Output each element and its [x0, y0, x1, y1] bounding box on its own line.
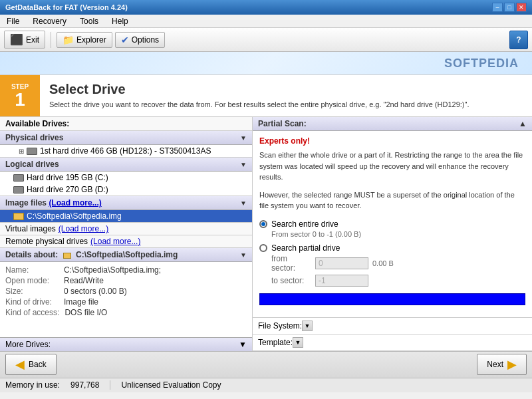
- remote-drives-load-link[interactable]: (Load more...): [90, 237, 140, 246]
- physical-drive-1[interactable]: ⊞ 1st hard drive 466 GB (HD128:) - ST350…: [0, 145, 252, 157]
- image-file-1[interactable]: C:\Softpedia\Softpedia.img: [0, 210, 252, 222]
- status-separator: [110, 380, 110, 390]
- physical-drive-1-label: 1st hard drive 466 GB (HD128:) - ST35004…: [40, 146, 211, 156]
- to-sector-input[interactable]: [315, 275, 368, 287]
- back-label: Back: [29, 360, 47, 369]
- search-entire-radio-button[interactable]: [259, 220, 267, 228]
- partial-scan-content: Experts only! Scan either the whole driv…: [253, 131, 532, 317]
- template-dropdown[interactable]: ▼: [293, 337, 303, 348]
- partial-scan-header: Partial Scan: ▲: [253, 117, 532, 131]
- physical-drives-section: Physical drives ▼ ⊞ 1st hard drive 466 G…: [0, 131, 252, 158]
- step-header: STEP 1 Select Drive Select the drive you…: [0, 75, 532, 117]
- virtual-images-row: Virtual images (Load more...): [0, 223, 252, 235]
- available-drives-label: Available Drives:: [0, 117, 252, 131]
- template-row: Template: ▼: [253, 334, 532, 351]
- detail-open-mode: Open mode: Read/Write: [5, 275, 247, 286]
- logical-drive-c-label: Hard drive 195 GB (C:): [27, 173, 108, 182]
- toolbar-separator: [51, 32, 51, 48]
- memory-label: Memory in use:: [5, 380, 60, 390]
- hdd-icon: [27, 148, 37, 155]
- exit-icon: ⬛: [10, 33, 23, 46]
- details-collapse[interactable]: ▼: [240, 251, 247, 258]
- virtual-images-load-link[interactable]: (Load more...): [59, 224, 108, 233]
- remote-drives-row: Remote physical drives (Load more...): [0, 235, 252, 248]
- next-arrow-icon: ▶: [507, 357, 517, 372]
- explorer-label: Explorer: [76, 35, 106, 45]
- step-badge: STEP 1: [0, 75, 40, 116]
- partial-scan-label: Partial Scan:: [258, 119, 307, 128]
- logical-drives-collapse[interactable]: ▼: [240, 161, 247, 168]
- step-description: Select the drive you want to recover the…: [49, 100, 523, 110]
- logical-drives-label: Logical drives: [5, 160, 59, 169]
- sector-inputs: from sector: 0.00 B to sector:: [271, 254, 525, 287]
- details-section: Details about: C:\Softpedia\Softpedia.im…: [0, 248, 252, 337]
- more-drives-arrow[interactable]: ▼: [239, 340, 247, 349]
- menu-tools[interactable]: Tools: [76, 15, 102, 27]
- toolbar: ⬛ Exit 📁 Explorer ✔ Options ?: [0, 28, 532, 52]
- image-file-1-label: C:\Softpedia\Softpedia.img: [27, 211, 122, 221]
- menu-bar: File Recovery Tools Help: [0, 15, 532, 28]
- maximize-button[interactable]: □: [504, 3, 515, 12]
- logical-drives-header: Logical drives ▼: [0, 158, 252, 172]
- bottom-bar: ◀ Back Next ▶: [0, 351, 532, 378]
- exit-button[interactable]: ⬛ Exit: [4, 31, 45, 49]
- logical-drive-d-label: Hard drive 270 GB (D:): [27, 185, 108, 194]
- next-label: Next: [487, 360, 503, 369]
- minimize-button[interactable]: –: [492, 3, 503, 12]
- options-label: Options: [132, 35, 159, 45]
- to-sector-text: to sector:: [271, 276, 311, 285]
- from-sector-size: 0.00 B: [372, 259, 394, 267]
- close-button[interactable]: ✕: [516, 3, 527, 12]
- status-bar: Memory in use: 997,768 Unlicensed Evalua…: [0, 378, 532, 392]
- options-button[interactable]: ✔ Options: [115, 32, 165, 48]
- logical-drive-c[interactable]: Hard drive 195 GB (C:): [0, 172, 252, 184]
- scan-desc-2: However, the selected range MUST be a su…: [259, 190, 525, 211]
- physical-drives-collapse[interactable]: ▼: [240, 134, 247, 141]
- title-bar: GetDataBack for FAT (Version 4.24) – □ ✕: [0, 0, 532, 15]
- details-grid: Name: C:\Softpedia\Softpedia.img; Open m…: [0, 262, 252, 321]
- memory-value: 997,768: [70, 380, 99, 390]
- search-partial-radio-button[interactable]: [259, 244, 267, 252]
- left-panel: Available Drives: Physical drives ▼ ⊞ 1s…: [0, 117, 253, 351]
- detail-name: Name: C:\Softpedia\Softpedia.img;: [5, 265, 247, 275]
- back-button[interactable]: ◀ Back: [5, 354, 57, 375]
- scan-desc-1: Scan either the whole drive or a part of…: [259, 150, 525, 183]
- help-button[interactable]: ?: [509, 31, 528, 49]
- menu-recovery[interactable]: Recovery: [29, 15, 70, 27]
- search-partial-label: Search partial drive: [271, 243, 340, 253]
- step-number: 1: [15, 90, 25, 109]
- remote-drives-label: Remote physical drives: [5, 237, 88, 246]
- search-entire-label: Search entire drive: [271, 219, 338, 229]
- details-img-icon: [63, 253, 71, 259]
- more-drives-label: More Drives:: [5, 340, 51, 349]
- next-button[interactable]: Next ▶: [477, 354, 527, 375]
- softpedia-logo: SOFTPEDIA: [444, 57, 519, 70]
- file-system-dropdown[interactable]: ▼: [302, 321, 313, 331]
- search-partial-radio[interactable]: Search partial drive: [259, 242, 525, 254]
- img-icon: [13, 213, 24, 220]
- window-controls: – □ ✕: [492, 3, 527, 12]
- from-sector-input[interactable]: [315, 257, 368, 269]
- menu-help[interactable]: Help: [108, 15, 132, 27]
- file-system-row: File System: ▼: [253, 317, 532, 334]
- explorer-button[interactable]: 📁 Explorer: [57, 32, 112, 48]
- file-system-label: File System:: [258, 321, 302, 331]
- experts-only-label: Experts only!: [259, 136, 525, 146]
- logical-drive-d[interactable]: Hard drive 270 GB (D:): [0, 184, 252, 196]
- image-files-section: Image files (Load more...) ▼ C:\Softpedi…: [0, 196, 252, 223]
- main-columns: Available Drives: Physical drives ▼ ⊞ 1s…: [0, 117, 532, 351]
- eval-copy-label: Unlicensed Evaluation Copy: [121, 380, 221, 390]
- image-files-collapse[interactable]: ▼: [240, 200, 247, 206]
- details-header: Details about: C:\Softpedia\Softpedia.im…: [0, 248, 252, 262]
- menu-file[interactable]: File: [3, 15, 23, 27]
- step-title: Select Drive: [49, 82, 523, 97]
- image-files-load-link[interactable]: (Load more...): [49, 198, 101, 207]
- partial-scan-collapse[interactable]: ▲: [519, 119, 527, 128]
- detail-size: Size: 0 sectors (0.00 B): [5, 286, 247, 297]
- search-entire-radio[interactable]: Search entire drive: [259, 218, 525, 230]
- detail-kind-drive: Kind of drive: Image file: [5, 297, 247, 307]
- hdd-icon-d: [13, 186, 24, 194]
- radio-group: Search entire drive From sector 0 to -1 …: [259, 218, 525, 287]
- back-arrow-icon: ◀: [15, 357, 25, 372]
- softpedia-watermark: SOFTPEDIA: [0, 52, 532, 75]
